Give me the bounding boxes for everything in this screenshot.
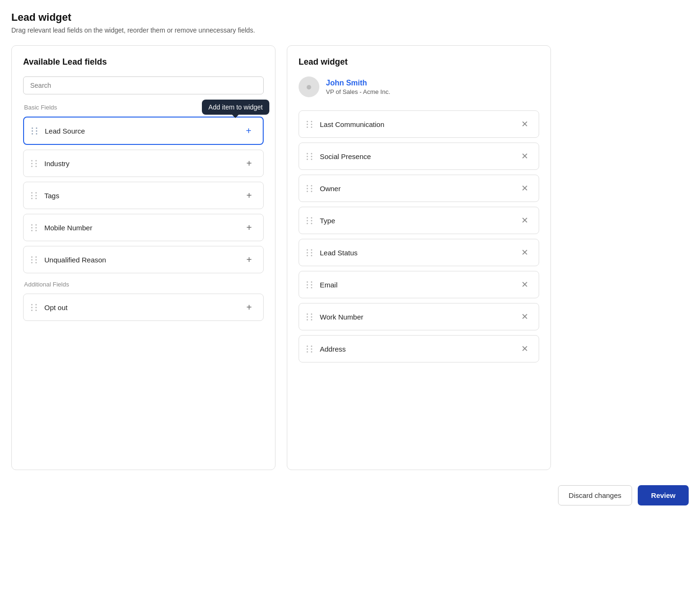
remove-work-number-button[interactable]: ✕ xyxy=(518,310,531,323)
widget-field-owner: Owner ✕ xyxy=(299,175,539,202)
available-fields-title: Available Lead fields xyxy=(23,57,264,67)
remove-address-button[interactable]: ✕ xyxy=(518,342,531,355)
drag-icon-lead-source xyxy=(32,127,38,135)
add-lead-source-button[interactable]: + xyxy=(242,124,255,137)
drag-icon-type xyxy=(307,217,313,224)
lead-widget-panel: Lead widget ● John Smith VP of Sales - A… xyxy=(287,45,551,470)
additional-fields-label: Additional Fields xyxy=(23,281,264,288)
review-button[interactable]: Review xyxy=(638,485,689,505)
add-opt-out-button[interactable]: + xyxy=(242,301,256,314)
field-item-industry: Industry + xyxy=(23,150,264,177)
avatar: ● xyxy=(299,76,319,97)
field-label-tags: Tags xyxy=(44,192,242,200)
field-label-opt-out: Opt out xyxy=(44,303,242,311)
widget-field-type: Type ✕ xyxy=(299,207,539,234)
lead-widget-title: Lead widget xyxy=(299,57,539,67)
search-input[interactable] xyxy=(23,76,264,94)
widget-field-last-communication: Last Communication ✕ xyxy=(299,110,539,138)
remove-social-presence-button[interactable]: ✕ xyxy=(518,150,531,163)
drag-icon-tags xyxy=(31,192,38,199)
remove-lead-status-button[interactable]: ✕ xyxy=(518,246,531,259)
field-label-lead-source: Lead Source xyxy=(45,127,242,135)
drag-icon-mobile-number xyxy=(31,224,38,231)
field-label-unqualified-reason: Unqualified Reason xyxy=(44,256,242,264)
drag-icon-unqualified-reason xyxy=(31,256,38,263)
add-mobile-number-button[interactable]: + xyxy=(242,221,256,234)
field-item-opt-out: Opt out + xyxy=(23,294,264,321)
remove-owner-button[interactable]: ✕ xyxy=(518,182,531,195)
field-label-email: Email xyxy=(320,281,518,289)
panels-container: Available Lead fields Basic Fields Lead … xyxy=(11,45,689,470)
lead-job-title: VP of Sales - Acme Inc. xyxy=(326,88,390,95)
widget-field-email: Email ✕ xyxy=(299,271,539,298)
add-unqualified-reason-button[interactable]: + xyxy=(242,253,256,266)
remove-type-button[interactable]: ✕ xyxy=(518,214,531,227)
widget-field-social-presence: Social Presence ✕ xyxy=(299,143,539,170)
widget-field-address: Address ✕ xyxy=(299,335,539,362)
drag-icon-email xyxy=(307,281,313,288)
search-wrapper xyxy=(23,76,264,94)
remove-email-button[interactable]: ✕ xyxy=(518,278,531,291)
field-item-lead-source: Lead Source Add item to widget + xyxy=(23,117,264,145)
drag-icon-address xyxy=(307,345,313,353)
drag-icon-last-communication xyxy=(307,121,313,128)
field-label-address: Address xyxy=(320,345,518,353)
field-item-unqualified-reason: Unqualified Reason + xyxy=(23,246,264,273)
field-label-owner: Owner xyxy=(320,185,518,193)
remove-last-communication-button[interactable]: ✕ xyxy=(518,118,531,131)
field-label-social-presence: Social Presence xyxy=(320,152,518,160)
drag-icon-industry xyxy=(31,160,38,167)
field-item-tags: Tags + xyxy=(23,182,264,209)
lead-name: John Smith xyxy=(326,79,390,87)
field-label-industry: Industry xyxy=(44,160,242,168)
lead-profile: ● John Smith VP of Sales - Acme Inc. xyxy=(299,76,539,99)
drag-icon-social-presence xyxy=(307,153,313,160)
bottom-bar: Discard changes Review xyxy=(11,483,689,505)
drag-icon-owner xyxy=(307,185,313,192)
field-item-mobile-number: Mobile Number + xyxy=(23,214,264,241)
discard-changes-button[interactable]: Discard changes xyxy=(558,485,633,505)
widget-field-work-number: Work Number ✕ xyxy=(299,303,539,330)
add-item-tooltip: Add item to widget xyxy=(202,100,269,115)
field-label-work-number: Work Number xyxy=(320,313,518,321)
page-title: Lead widget xyxy=(11,11,689,24)
avatar-icon: ● xyxy=(306,81,312,93)
field-label-mobile-number: Mobile Number xyxy=(44,224,242,232)
lead-info: John Smith VP of Sales - Acme Inc. xyxy=(326,79,390,95)
widget-field-lead-status: Lead Status ✕ xyxy=(299,239,539,266)
field-label-lead-status: Lead Status xyxy=(320,249,518,257)
field-label-last-communication: Last Communication xyxy=(320,120,518,128)
field-label-type: Type xyxy=(320,217,518,225)
add-tags-button[interactable]: + xyxy=(242,189,256,202)
available-fields-panel: Available Lead fields Basic Fields Lead … xyxy=(11,45,275,470)
drag-icon-work-number xyxy=(307,313,313,320)
add-industry-button[interactable]: + xyxy=(242,157,256,170)
tooltip-wrapper: Add item to widget + xyxy=(242,124,255,137)
drag-icon-opt-out xyxy=(31,304,38,311)
page-subtitle: Drag relevant lead fields on the widget,… xyxy=(11,26,689,34)
drag-icon-lead-status xyxy=(307,249,313,256)
